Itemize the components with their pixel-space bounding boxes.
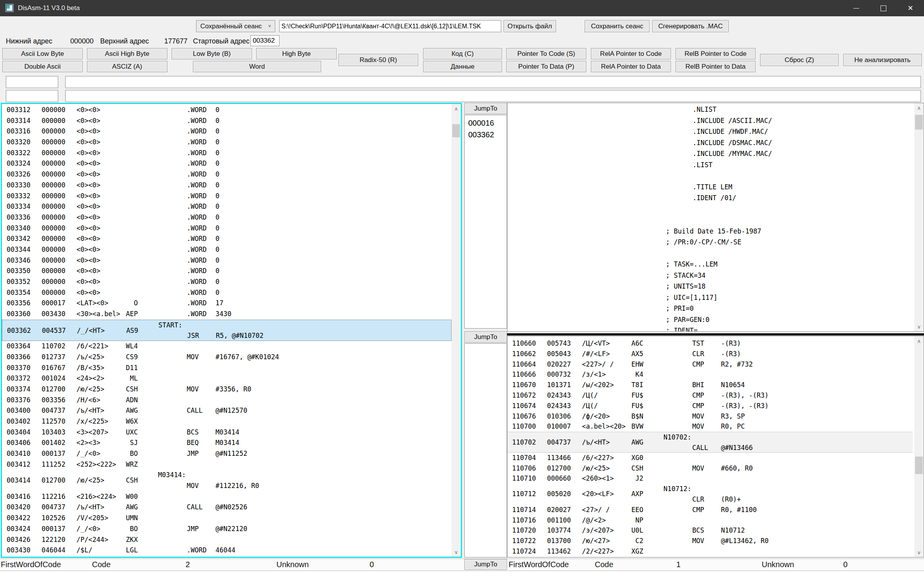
listing-row[interactable]: 003320000000<0><0>.WORD0	[2, 137, 452, 148]
listing-row[interactable]: 110720103774/э/<207>U0LBCSN10712	[507, 525, 913, 536]
listing-row[interactable]: 110660005743/Ц/<VT>A6CTST-(R3)	[507, 338, 913, 349]
listing-row[interactable]: 003334000000<0><0>.WORD0	[2, 201, 452, 212]
start-address-input[interactable]	[250, 35, 280, 46]
listing-row[interactable]: 003316000000<0><0>.WORD0	[2, 126, 452, 137]
listing-row[interactable]: 003416112216<216><224>W00	[2, 491, 452, 502]
jumpto-item[interactable]: 003362	[465, 129, 507, 140]
listing-row[interactable]: 110672024343/Ц(/FU$CMP-(R3), -(R3)	[507, 390, 913, 401]
listing-row[interactable]: 110664020227<227>/ /EHWCMPR2, #732	[507, 359, 913, 370]
listing-row[interactable]: 110710000660<260><1>J2	[507, 473, 913, 484]
ascii-high-byte-button[interactable]: Ascii High Byte	[87, 48, 167, 59]
listing-row[interactable]: 003426122120/Р/<244>ZKX	[2, 535, 452, 545]
empty-field-2[interactable]	[65, 90, 921, 102]
listing-row[interactable]: 003332000000<0><0>.WORD0	[2, 191, 452, 202]
save-session-button[interactable]: Сохранить сеанс	[585, 20, 650, 32]
scroll-up-icon[interactable]: ∧	[452, 104, 461, 113]
low-byte-button[interactable]: Low Byte (B)	[172, 48, 252, 59]
pointer-to-code-button[interactable]: Pointer To Code (S)	[506, 48, 586, 59]
listing-row[interactable]: 003370016767/В/<35>D11	[2, 363, 452, 374]
listing-row[interactable]: 003330000000<0><0>.WORD0	[2, 180, 452, 191]
listing-row[interactable]: 003356000017<LAT><0>O.WORD17	[2, 298, 452, 309]
listing-row[interactable]: 110666000732/з/<1>K4	[507, 369, 913, 380]
radix50-button[interactable]: Radix-50 (R)	[339, 54, 418, 66]
listing-row[interactable]: 003410000137/_/<0>BOJMP@#N11252	[2, 448, 452, 459]
right-scrollbar[interactable]: ∧ ∨	[914, 336, 924, 557]
jumpto-button-1[interactable]: JumpTo	[464, 103, 507, 114]
left-scrollbar-thumb[interactable]	[452, 124, 460, 137]
jumpto-button-3[interactable]: JumpTo	[464, 559, 507, 570]
listing-row[interactable]: 003362004537/_/<HT>AS9START:JSRR5, @#N10…	[2, 320, 452, 341]
pointer-to-data-button[interactable]: Pointer To Data (P)	[506, 61, 586, 72]
listing-row[interactable]: 003324000000<0><0>.WORD0	[2, 158, 452, 169]
listing-row[interactable]: 110670101371/ы/<202>T8IBHIN10654	[507, 380, 913, 390]
right-scrollbar-thumb[interactable]	[915, 457, 923, 474]
close-button[interactable]: ✕	[897, 0, 924, 16]
listing-row[interactable]: 003322000000<0><0>.WORD0	[2, 148, 452, 159]
listing-row[interactable]: 003414012700/ю/<25>CSHM03414:MOV#112216,…	[2, 470, 452, 491]
jumpto-item[interactable]: 000016	[465, 117, 507, 129]
asciz-button[interactable]: ASCIZ (A)	[87, 61, 167, 72]
listing-row[interactable]: 003346000000<0><0>.WORD0	[2, 255, 452, 266]
scroll-up-icon[interactable]: ∧	[914, 336, 924, 346]
listing-row[interactable]: 003402112570/х/<225>W6X	[2, 416, 452, 427]
listing-row[interactable]: 110700010007<a.bel><20>BVWMOVR0, PC	[507, 421, 913, 432]
listing-row[interactable]: 003350000000<0><0>.WORD0	[2, 266, 452, 277]
listing-row[interactable]: 003372001024<24><2>ML	[2, 373, 452, 384]
listing-row[interactable]: 003420004737/ъ/<HT>AWGCALL@#N02526	[2, 502, 452, 513]
listing-row[interactable]: 003366012737/ъ/<25>CS9MOV#16767, @#K0102…	[2, 352, 452, 363]
jumpto-button-2[interactable]: JumpTo	[464, 331, 507, 343]
open-file-button[interactable]: Открыть файл	[504, 20, 556, 32]
word-button[interactable]: Word	[193, 61, 321, 72]
listing-row[interactable]: 003314000000<0><0>.WORD0	[2, 116, 452, 126]
source-scrollbar-thumb[interactable]	[915, 115, 923, 130]
reset-button[interactable]: Сброс (Z)	[760, 54, 839, 66]
listing-row[interactable]: 110722013700/ю/<27>C2MOV@#L13462, R0	[507, 536, 913, 546]
listing-row[interactable]: 003424000137/_/<0>BOJMP@#N22120	[2, 524, 452, 535]
listing-row[interactable]: 003326000000<0><0>.WORD0	[2, 169, 452, 180]
scroll-up-icon[interactable]: ∧	[914, 103, 924, 112]
generate-mac-button[interactable]: Сгенерировать .MAC	[652, 20, 729, 32]
high-byte-button[interactable]: High Byte	[256, 48, 337, 59]
listing-row[interactable]: 003374012700/ю/<25>CSHMOV#3356, R0	[2, 384, 452, 395]
listing-row[interactable]: 003352000000<0><0>.WORD0	[2, 277, 452, 287]
scroll-down-icon[interactable]: ∨	[452, 547, 461, 557]
relb-pointer-to-data-button[interactable]: RelB Pointer to Data	[676, 61, 756, 72]
code-button[interactable]: Код (C)	[423, 48, 502, 59]
data-button[interactable]: Данные	[423, 61, 502, 72]
listing-row[interactable]: 003364110702/б/<221>WL4	[2, 341, 452, 352]
listing-row[interactable]: 003340000000<0><0>.WORD0	[2, 223, 452, 234]
listing-row[interactable]: 110706012700/ю/<25>CSHMOV#660, R0	[507, 463, 913, 474]
listing-row[interactable]: 003412111252<252><222>WRZ	[2, 459, 452, 470]
scroll-down-icon[interactable]: ∨	[914, 322, 924, 331]
rela-pointer-to-data-button[interactable]: RelA Pointer to Data	[591, 61, 671, 72]
source-scrollbar[interactable]: ∧ ∨	[914, 103, 924, 331]
minimize-button[interactable]	[842, 0, 870, 16]
left-scrollbar[interactable]: ∧ ∨	[452, 104, 461, 557]
listing-row[interactable]: 003422102526/V/<205>UMN	[2, 513, 452, 524]
listing-row[interactable]: 003354000000<0><0>.WORD0	[2, 287, 452, 298]
relb-pointer-to-code-button[interactable]: RelB Pointer to Code	[676, 48, 756, 59]
rela-pointer-to-code-button[interactable]: RelA Pointer to Code	[591, 48, 671, 59]
listing-row[interactable]: 110674024343/Ц(/FU$CMP-(R3), -(R3)	[507, 401, 913, 411]
no-analyze-button[interactable]: Не анализировать	[843, 54, 922, 66]
listing-row[interactable]: 110724113462/2/<227>XGZ	[507, 546, 913, 557]
listing-row[interactable]: 110676010306/ф/<20>B$NMOVR3, SP	[507, 411, 913, 422]
scroll-down-icon[interactable]: ∨	[914, 548, 924, 557]
listing-row[interactable]: 003336000000<0><0>.WORD0	[2, 212, 452, 223]
listing-row[interactable]: 110716001100/@/<2>NP	[507, 515, 913, 526]
listing-row[interactable]: 003376003356/Н/<6>ADN	[2, 395, 452, 406]
listing-row[interactable]: 003344000000<0><0>.WORD0	[2, 244, 452, 255]
listing-row[interactable]: 110704113466/6/<227>XG0	[507, 453, 913, 463]
double-ascii-button[interactable]: Double Ascii	[2, 61, 83, 72]
listing-row[interactable]: 003312000000<0><0>.WORD0	[2, 105, 452, 116]
listing-row[interactable]: 003404103403<3><207>UXCBCSM03414	[2, 427, 452, 438]
listing-row[interactable]: 003430046044/$L/LGL.WORD46044	[2, 545, 452, 556]
listing-row[interactable]: 003342000000<0><0>.WORD0	[2, 234, 452, 244]
ascii-low-byte-button[interactable]: Ascii Low Byte	[2, 48, 83, 59]
listing-row[interactable]: 003406001402<2><3>SJBEQM03414	[2, 438, 452, 448]
listing-row[interactable]: 110714020027<27>/ /EEOCMPR0, #1100	[507, 505, 913, 515]
session-dropdown[interactable]: Сохранённый сеанс ˅	[196, 20, 275, 32]
listing-row[interactable]: 003360003430<30><a.bel>AEP.WORD3430	[2, 309, 452, 320]
listing-row[interactable]: 110702004737/ъ/<HT>AWGN10702:CALL@#N1346…	[507, 432, 913, 453]
listing-row[interactable]: 003400004737/ъ/<HT>AWGCALL@#N12570	[2, 405, 452, 416]
